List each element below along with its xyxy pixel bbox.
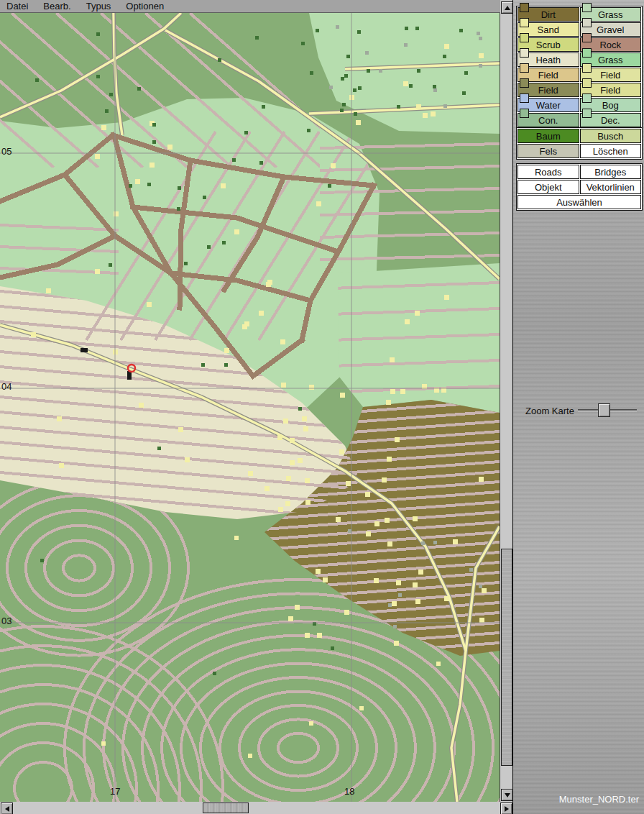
- scroll-up-button[interactable]: [501, 1, 513, 14]
- horizontal-scroll-thumb[interactable]: [203, 802, 249, 813]
- texture-tab: [520, 18, 529, 27]
- button-label: Dirt: [541, 9, 556, 20]
- terrain-palette: DirtGrassSandGravelScrubRockHeathGrassFi…: [516, 6, 643, 129]
- tool-button-auswaehlen[interactable]: Auswählen: [518, 195, 641, 209]
- texture-tab: [520, 33, 529, 42]
- button-label: Busch: [597, 131, 623, 142]
- button-label: Vektorlinien: [586, 182, 635, 193]
- terrain-editor-window: Datei Bearb. Typus Optionen 0504031718 D…: [0, 0, 644, 814]
- map-grid-label: 03: [1, 616, 12, 626]
- veg-button-baum[interactable]: Baum: [518, 129, 579, 143]
- button-label: Grass: [598, 9, 623, 20]
- map-canvas[interactable]: 0504031718: [0, 13, 500, 802]
- texture-tab: [520, 48, 529, 58]
- button-label: Roads: [535, 167, 562, 178]
- map-grid-label: 18: [344, 787, 354, 796]
- palette-button-dec-r7[interactable]: Dec.: [580, 113, 642, 127]
- zoom-karte-label: Zoom Karte: [525, 406, 574, 416]
- scroll-right-button[interactable]: [500, 802, 512, 814]
- button-label: Field: [600, 70, 620, 81]
- tool-button-roads[interactable]: Roads: [518, 165, 579, 179]
- tool-button-objekt[interactable]: Objekt: [518, 180, 579, 194]
- zoom-slider-thumb[interactable]: [598, 403, 610, 417]
- button-label: Field: [538, 70, 558, 81]
- texture-tab: [582, 63, 592, 73]
- button-label: Field: [600, 85, 620, 96]
- map-grid-label: 04: [1, 382, 12, 391]
- menu-bar: Datei Bearb. Typus Optionen: [0, 0, 500, 13]
- horizontal-scrollbar[interactable]: [0, 802, 512, 814]
- texture-tab: [520, 93, 529, 103]
- tool-sidebar: DirtGrassSandGravelScrubRockHeathGrassFi…: [512, 0, 644, 814]
- scroll-left-button[interactable]: [1, 802, 13, 814]
- menu-datei[interactable]: Datei: [6, 1, 28, 12]
- menu-optionen[interactable]: Optionen: [126, 1, 164, 12]
- texture-tab: [582, 3, 592, 12]
- button-label: Rock: [599, 40, 621, 50]
- button-label: Heath: [535, 55, 561, 65]
- button-label: Con.: [538, 115, 558, 126]
- button-label: Fels: [539, 146, 557, 157]
- button-label: Grass: [598, 55, 623, 65]
- texture-tab: [582, 93, 592, 103]
- button-label: Sand: [538, 24, 559, 35]
- button-label: Dec.: [601, 115, 620, 126]
- vertical-scroll-thumb[interactable]: [501, 549, 512, 766]
- button-label: Löschen: [593, 146, 628, 157]
- button-label: Auswählen: [556, 197, 602, 208]
- palette-button-con-l7[interactable]: Con.: [518, 113, 579, 127]
- tool-button-bridges[interactable]: Bridges: [580, 165, 642, 179]
- texture-tab: [520, 3, 529, 12]
- veg-button-fels[interactable]: Fels: [518, 144, 579, 158]
- texture-tab: [582, 33, 592, 42]
- current-filename: Munster_NORD.ter: [559, 794, 639, 805]
- vegetation-palette: BaumBuschFelsLöschen: [516, 127, 643, 160]
- scroll-down-button[interactable]: [501, 789, 513, 801]
- arrow-down-icon: [505, 793, 510, 797]
- texture-tab: [582, 48, 592, 58]
- menu-bearb[interactable]: Bearb.: [43, 1, 70, 12]
- texture-tab: [582, 18, 592, 27]
- button-label: Bog: [602, 100, 619, 111]
- button-label: Bridges: [594, 167, 626, 178]
- veg-button-lschen[interactable]: Löschen: [580, 144, 642, 158]
- tool-button-vektorlinien[interactable]: Vektorlinien: [580, 180, 642, 194]
- button-label: Gravel: [597, 24, 624, 35]
- button-label: Objekt: [535, 182, 562, 193]
- texture-tab: [582, 109, 592, 118]
- texture-tab: [520, 109, 529, 118]
- tool-buttons: RoadsBridgesObjektVektorlinienAuswählen: [516, 163, 643, 211]
- button-label: Field: [538, 85, 558, 96]
- terrain-map[interactable]: [0, 13, 500, 802]
- texture-tab: [582, 78, 592, 88]
- texture-tab: [520, 78, 529, 88]
- texture-tab: [520, 63, 529, 73]
- button-label: Water: [536, 100, 561, 111]
- map-grid-label: 17: [110, 787, 120, 796]
- veg-button-busch[interactable]: Busch: [580, 129, 642, 143]
- arrow-up-icon: [505, 6, 510, 10]
- arrow-right-icon: [505, 806, 509, 812]
- vertical-scrollbar[interactable]: [500, 0, 512, 801]
- arrow-left-icon: [5, 806, 9, 812]
- menu-typus[interactable]: Typus: [86, 1, 111, 12]
- button-label: Baum: [536, 131, 561, 142]
- map-grid-label: 05: [1, 147, 12, 156]
- button-label: Scrub: [536, 40, 561, 50]
